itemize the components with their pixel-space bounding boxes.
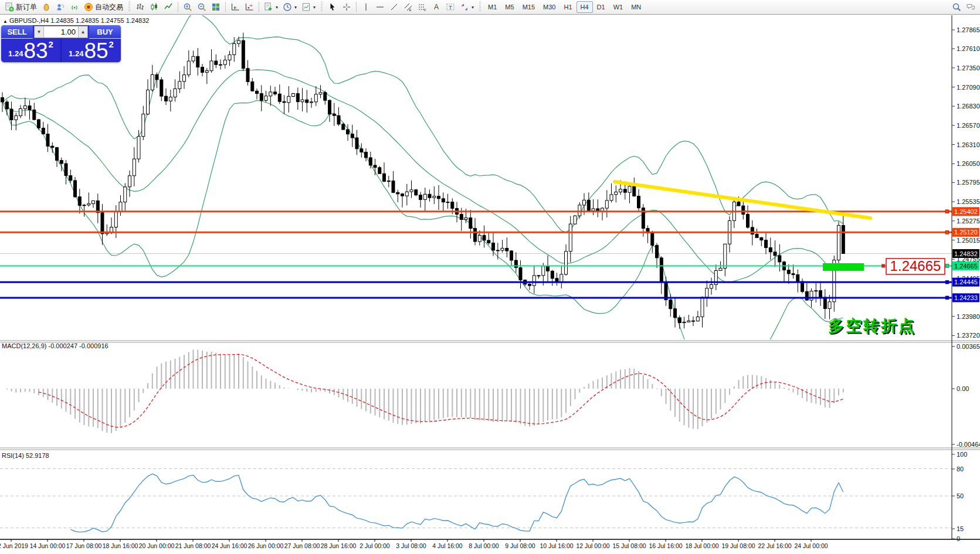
timeframe-m5[interactable]: M5 — [501, 1, 518, 13]
signals-button[interactable] — [67, 0, 82, 14]
chevron-down-icon[interactable]: ▾ — [472, 5, 474, 10]
candle — [660, 258, 663, 283]
bollinger-upper-band — [2, 12, 843, 232]
candle — [365, 152, 368, 158]
equidistant-channel-button[interactable]: E — [401, 0, 415, 14]
tile-windows-button[interactable] — [209, 0, 223, 14]
candle — [592, 209, 595, 210]
timeframe-h4[interactable]: H4 — [577, 1, 593, 13]
search-button[interactable] — [950, 0, 964, 14]
level-anchor[interactable] — [945, 230, 949, 234]
timeframe-m30[interactable]: M30 — [539, 1, 559, 13]
price-axis[interactable]: 1.278651.276101.273501.270901.268301.265… — [952, 26, 980, 542]
auto-scroll-button[interactable] — [228, 0, 242, 14]
chevron-down-icon[interactable]: ▾ — [294, 5, 297, 10]
chevron-down-icon[interactable]: ▾ — [276, 5, 278, 10]
candle — [537, 276, 540, 276]
text-button[interactable]: A — [429, 0, 443, 14]
time-label: 12 Jul 00:00 — [576, 542, 609, 549]
mt4-window: 新订单自动交易▾▾▾EFAT▾M1M5M15M30H1H4D1W1MN 1.24… — [0, 0, 980, 554]
templates-button[interactable]: ▾ — [299, 0, 318, 14]
candle — [83, 205, 86, 206]
candle — [319, 93, 322, 94]
trendline-button[interactable] — [387, 0, 401, 14]
fibonacci-button[interactable]: F — [415, 0, 429, 14]
vertical-line-button[interactable] — [359, 0, 373, 14]
text-label-button[interactable]: T — [443, 0, 457, 14]
volume-value[interactable]: 1.00 — [44, 26, 78, 38]
timeframe-d1[interactable]: D1 — [593, 1, 609, 13]
timeframe-m15[interactable]: M15 — [518, 1, 539, 13]
candle — [260, 94, 263, 101]
level-anchor[interactable] — [945, 296, 949, 300]
candle — [1, 97, 4, 102]
candle-chart-icon — [150, 2, 159, 12]
volume-decrease-button[interactable]: ▼ — [35, 26, 44, 38]
bar-chart-button[interactable] — [133, 0, 147, 14]
candle — [792, 274, 795, 275]
candle — [401, 194, 404, 196]
autotrade-button[interactable]: 自动交易 — [82, 0, 126, 14]
candle — [165, 96, 168, 101]
callout-anchor[interactable] — [881, 264, 885, 268]
time-label: 12 Jun 2019 — [0, 542, 28, 549]
zoom-out-button[interactable] — [195, 0, 209, 14]
sell-price[interactable]: 1.24832 — [1, 39, 60, 62]
candle — [347, 130, 350, 134]
level-anchor[interactable] — [945, 264, 949, 268]
candle — [128, 176, 131, 187]
periods-button[interactable]: ▾ — [280, 0, 299, 14]
crosshair-button[interactable] — [340, 0, 354, 14]
chevron-down-icon[interactable]: ▾ — [313, 5, 316, 10]
axis-label: 50 — [957, 492, 964, 499]
candle — [628, 186, 631, 192]
sell-button[interactable]: SELL — [1, 25, 33, 39]
candlestick-chart-button[interactable] — [147, 0, 161, 14]
candle — [46, 134, 49, 147]
cn-annotation[interactable]: 多空转折点 — [828, 317, 916, 335]
candle — [69, 176, 72, 181]
profile-button[interactable] — [53, 0, 67, 14]
candle — [496, 250, 499, 251]
chart-canvas[interactable]: 1.24665多空转折点多空转折点MACD(12,26,9) -0.000247… — [0, 0, 980, 554]
candle — [369, 158, 372, 165]
channel-icon: E — [403, 2, 413, 12]
volume-increase-button[interactable]: ▲ — [78, 26, 87, 38]
candle — [360, 149, 363, 152]
axis-label: 1.27865 — [957, 26, 980, 33]
candle — [565, 251, 568, 274]
zoom-in-button[interactable] — [181, 0, 195, 14]
buy-price[interactable]: 1.24852 — [62, 39, 121, 62]
level-anchor[interactable] — [945, 280, 949, 284]
chart-shift-button[interactable] — [242, 0, 256, 14]
axis-label: 1.26570 — [957, 122, 980, 129]
candle — [114, 212, 117, 227]
timeframe-h1[interactable]: H1 — [559, 1, 576, 13]
level-anchor[interactable] — [945, 210, 949, 213]
chat-button[interactable] — [964, 0, 978, 14]
time-axis[interactable]: 12 Jun 201914 Jun 00:0017 Jun 08:0018 Ju… — [0, 539, 828, 549]
candle — [374, 165, 377, 168]
highlight-bar[interactable] — [823, 263, 864, 271]
indicators-button[interactable]: ▾ — [262, 0, 280, 14]
timeframe-m1[interactable]: M1 — [484, 1, 501, 13]
candle — [474, 229, 477, 242]
cursor-button[interactable] — [325, 0, 340, 14]
volume-stepper[interactable]: ▼ 1.00 ▲ — [34, 26, 88, 38]
toolbar-grip[interactable] — [128, 2, 130, 12]
timeframe-mn[interactable]: MN — [627, 1, 645, 13]
market-button[interactable] — [39, 0, 53, 14]
axis-label: 0.00 — [957, 385, 969, 392]
time-label: 2 Jul 00:00 — [360, 542, 390, 549]
toolbar-grip[interactable] — [479, 2, 481, 12]
timeframe-w1[interactable]: W1 — [609, 1, 628, 13]
new-order-button[interactable]: 新订单 — [2, 0, 39, 14]
svg-text:T: T — [449, 5, 452, 11]
candle — [656, 245, 659, 257]
line-chart-button[interactable] — [161, 0, 175, 14]
arrow-objects-button[interactable]: ▾ — [457, 0, 476, 14]
buy-button[interactable]: BUY — [89, 25, 121, 39]
horizontal-line-button[interactable] — [373, 0, 387, 14]
tile-windows-icon — [211, 2, 221, 12]
toolbar-grip[interactable] — [321, 2, 323, 12]
